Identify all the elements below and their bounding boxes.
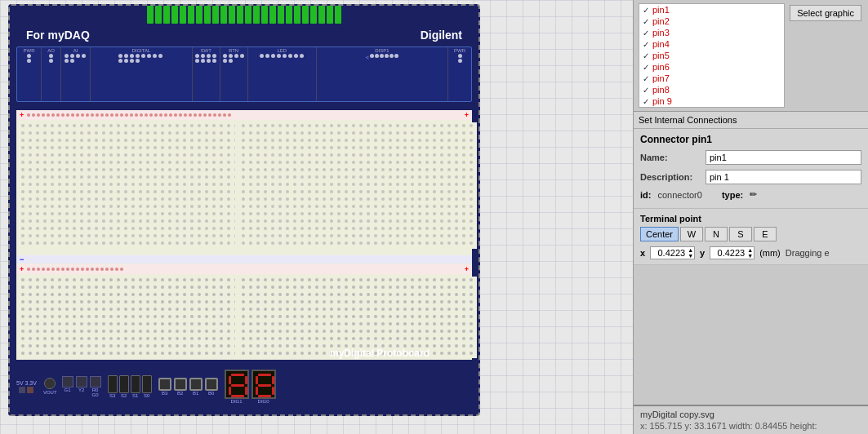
terminal-e-btn[interactable]: E: [754, 227, 777, 241]
pin-list-item-7[interactable]: ✓pin8: [639, 84, 784, 95]
board: For myDAQ Digilent PWR AO: [8, 4, 480, 416]
pin-list-item-3[interactable]: ✓pin4: [639, 38, 784, 50]
pin-check-2: ✓: [643, 29, 649, 38]
pin-check-7: ✓: [643, 86, 649, 95]
svg-rect-4: [242, 122, 477, 249]
pin-list-item-8[interactable]: ✓pin 9: [639, 95, 784, 107]
pin-check-1: ✓: [643, 17, 649, 26]
name-input[interactable]: [706, 150, 861, 165]
spacer: [634, 265, 868, 405]
terminal-center-btn[interactable]: Center: [640, 227, 679, 241]
svg-rect-13: [229, 387, 231, 395]
set-internal-connections-button[interactable]: Set Internal Connections: [634, 112, 868, 129]
canvas-area: For myDAQ Digilent PWR AO: [0, 0, 633, 434]
svg-rect-12: [231, 384, 244, 387]
x-coord-spinners[interactable]: ▲ ▼: [687, 247, 694, 259]
name-label: Name:: [640, 153, 706, 162]
type-icon: ✏: [750, 189, 757, 200]
description-label: Description:: [640, 172, 706, 182]
board-footer-label: myDigital Protoboard: [330, 348, 430, 359]
svg-rect-11: [245, 376, 247, 384]
pin-name-5: pin6: [652, 62, 670, 72]
right-panel: ✓pin1✓pin2✓pin3✓pin4✓pin5✓pin6✓pin7✓pin8…: [633, 0, 868, 434]
dragging-label: Dragging e: [786, 248, 830, 258]
type-label: type:: [722, 190, 743, 200]
terminal-buttons-group: Center W N S E: [640, 227, 861, 241]
pin-check-0: ✓: [643, 6, 649, 15]
svg-rect-7: [20, 277, 235, 358]
svg-rect-17: [256, 376, 258, 384]
svg-rect-21: [272, 387, 274, 395]
svg-rect-14: [245, 387, 247, 395]
board-label-left: For myDAQ: [26, 29, 90, 42]
svg-rect-19: [258, 384, 271, 387]
board-label-right: Digilent: [421, 29, 462, 42]
description-input[interactable]: [706, 170, 861, 184]
svg-rect-16: [258, 374, 271, 376]
y-coord-input-wrap: ▲ ▼: [710, 246, 754, 259]
svg-rect-15: [231, 395, 244, 397]
y-coord-label: y: [700, 248, 705, 258]
pin-check-5: ✓: [643, 63, 649, 72]
svg-rect-3: [20, 122, 235, 249]
pin-list-item-0[interactable]: ✓pin1: [639, 4, 784, 16]
component-strip: PWR AO: [16, 46, 472, 102]
pin-check-8: ✓: [643, 97, 649, 106]
y-coord-input[interactable]: [710, 247, 746, 259]
bottom-components: 5V 3.3V VOUT G1: [10, 360, 479, 413]
pin-name-2: pin3: [652, 28, 670, 38]
terminal-point-label: Terminal point: [640, 214, 861, 224]
terminal-n-btn[interactable]: N: [705, 227, 728, 241]
green-connector: [145, 6, 343, 24]
svg-filename: myDigital copy.svg: [640, 410, 861, 419]
pin-list-item-1[interactable]: ✓pin2: [639, 16, 784, 27]
pin-name-0: pin1: [652, 5, 670, 15]
svg-coordinates: x: 155.715 y: 33.1671 width: 0.84455 hei…: [640, 421, 861, 431]
svg-rect-10: [229, 376, 231, 384]
y-coord-spinners[interactable]: ▲ ▼: [746, 247, 754, 259]
id-label: id:: [640, 190, 651, 200]
coord-unit: (mm): [759, 248, 781, 258]
pin-name-6: pin7: [652, 73, 670, 83]
pin-check-4: ✓: [643, 51, 649, 60]
pin-check-3: ✓: [643, 40, 649, 49]
id-value: connector0: [657, 190, 701, 200]
pin-name-7: pin8: [652, 85, 670, 95]
svg-info-section: myDigital copy.svg x: 155.715 y: 33.1671…: [634, 405, 868, 434]
pin-name-1: pin2: [652, 16, 670, 26]
pin-list-item-6[interactable]: ✓pin7: [639, 73, 784, 84]
connector-title: Connector pin1: [640, 134, 861, 145]
svg-rect-20: [256, 387, 258, 395]
terminal-w-btn[interactable]: W: [680, 227, 703, 241]
x-coord-input-wrap: ▲ ▼: [650, 246, 695, 259]
pin-name-8: pin 9: [652, 96, 672, 106]
svg-rect-18: [272, 376, 274, 384]
breadboard: +: [16, 110, 472, 339]
svg-rect-9: [231, 374, 244, 376]
terminal-point-section: Terminal point Center W N S E x ▲ ▼ y: [634, 209, 868, 265]
connector-section: Connector pin1 Name: Description: id: co…: [634, 129, 868, 209]
board-wrapper: For myDAQ Digilent PWR AO: [8, 4, 482, 420]
pin-name-4: pin5: [652, 51, 670, 60]
x-coord-label: x: [640, 248, 645, 258]
terminal-s-btn[interactable]: S: [729, 227, 752, 241]
pin-list-item-2[interactable]: ✓pin3: [639, 27, 784, 38]
pin-check-6: ✓: [643, 74, 649, 83]
select-graphic-button[interactable]: Select graphic: [790, 5, 861, 21]
pin-list[interactable]: ✓pin1✓pin2✓pin3✓pin4✓pin5✓pin6✓pin7✓pin8…: [639, 3, 785, 108]
svg-rect-22: [258, 395, 271, 397]
pin-name-3: pin4: [652, 39, 670, 49]
x-coord-input[interactable]: [651, 247, 687, 259]
pin-list-item-5[interactable]: ✓pin6: [639, 61, 784, 73]
svg-rect-8: [242, 277, 477, 358]
pin-list-item-4[interactable]: ✓pin5: [639, 50, 784, 61]
